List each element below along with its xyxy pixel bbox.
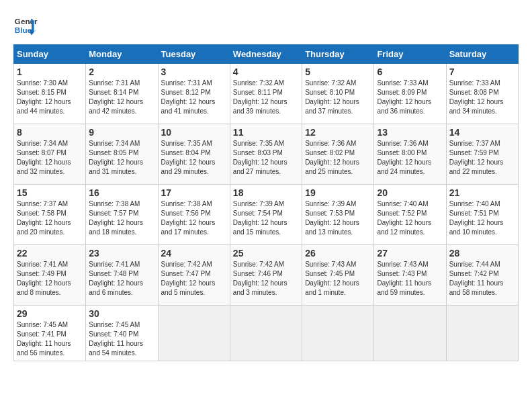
day-header-wednesday: Wednesday [230, 45, 302, 64]
calendar-cell: 12 Sunrise: 7:36 AMSunset: 8:02 PMDaylig… [302, 124, 374, 185]
day-number: 13 [377, 127, 443, 138]
header-row: SundayMondayTuesdayWednesdayThursdayFrid… [14, 45, 519, 64]
day-header-friday: Friday [374, 45, 446, 64]
calendar-cell [374, 306, 446, 361]
day-number: 26 [305, 248, 371, 259]
day-number: 18 [233, 187, 299, 198]
day-info: Sunrise: 7:38 AMSunset: 7:56 PMDaylight:… [161, 200, 216, 236]
day-info: Sunrise: 7:31 AMSunset: 8:14 PMDaylight:… [89, 79, 143, 115]
day-header-sunday: Sunday [14, 45, 86, 64]
day-info: Sunrise: 7:41 AMSunset: 7:48 PMDaylight:… [89, 261, 143, 296]
day-info: Sunrise: 7:42 AMSunset: 7:46 PMDaylight:… [233, 261, 287, 296]
day-number: 16 [89, 187, 154, 198]
page-header: General Blue [13, 13, 519, 38]
day-number: 25 [233, 248, 299, 259]
calendar-cell: 6 Sunrise: 7:33 AMSunset: 8:09 PMDayligh… [374, 64, 446, 124]
calendar-cell: 30 Sunrise: 7:45 AMSunset: 7:40 PMDaylig… [86, 306, 158, 361]
calendar-cell: 23 Sunrise: 7:41 AMSunset: 7:48 PMDaylig… [86, 245, 158, 306]
logo-icon: General Blue [13, 13, 38, 38]
logo: General Blue [13, 13, 38, 38]
day-number: 27 [377, 248, 443, 259]
calendar-cell: 18 Sunrise: 7:39 AMSunset: 7:54 PMDaylig… [230, 185, 302, 245]
calendar-cell [446, 306, 518, 361]
calendar-cell: 9 Sunrise: 7:34 AMSunset: 8:05 PMDayligh… [86, 124, 158, 185]
calendar-cell: 17 Sunrise: 7:38 AMSunset: 7:56 PMDaylig… [158, 185, 230, 245]
calendar-cell: 28 Sunrise: 7:44 AMSunset: 7:42 PMDaylig… [446, 245, 518, 306]
day-info: Sunrise: 7:33 AMSunset: 8:09 PMDaylight:… [377, 79, 431, 115]
day-info: Sunrise: 7:36 AMSunset: 8:00 PMDaylight:… [377, 140, 431, 175]
day-info: Sunrise: 7:41 AMSunset: 7:49 PMDaylight:… [17, 261, 71, 296]
day-info: Sunrise: 7:33 AMSunset: 8:08 PMDaylight:… [449, 79, 504, 115]
day-info: Sunrise: 7:34 AMSunset: 8:05 PMDaylight:… [89, 140, 143, 175]
day-info: Sunrise: 7:39 AMSunset: 7:54 PMDaylight:… [233, 200, 287, 236]
calendar-cell: 14 Sunrise: 7:37 AMSunset: 7:59 PMDaylig… [446, 124, 518, 185]
day-number: 2 [89, 66, 154, 77]
svg-text:General: General [15, 17, 38, 26]
calendar-cell: 10 Sunrise: 7:35 AMSunset: 8:04 PMDaylig… [158, 124, 230, 185]
day-info: Sunrise: 7:39 AMSunset: 7:53 PMDaylight:… [305, 200, 359, 236]
calendar-cell: 11 Sunrise: 7:35 AMSunset: 8:03 PMDaylig… [230, 124, 302, 185]
day-info: Sunrise: 7:37 AMSunset: 7:58 PMDaylight:… [17, 200, 71, 236]
calendar-cell: 19 Sunrise: 7:39 AMSunset: 7:53 PMDaylig… [302, 185, 374, 245]
calendar-row: 8 Sunrise: 7:34 AMSunset: 8:07 PMDayligh… [14, 124, 519, 185]
calendar-row: 15 Sunrise: 7:37 AMSunset: 7:58 PMDaylig… [14, 185, 519, 245]
day-number: 12 [305, 127, 371, 138]
day-info: Sunrise: 7:35 AMSunset: 8:04 PMDaylight:… [161, 140, 216, 175]
day-info: Sunrise: 7:38 AMSunset: 7:57 PMDaylight:… [89, 200, 143, 236]
calendar-cell: 16 Sunrise: 7:38 AMSunset: 7:57 PMDaylig… [86, 185, 158, 245]
calendar-table: SundayMondayTuesdayWednesdayThursdayFrid… [13, 44, 519, 361]
day-number: 14 [449, 127, 515, 138]
calendar-cell: 24 Sunrise: 7:42 AMSunset: 7:47 PMDaylig… [158, 245, 230, 306]
day-info: Sunrise: 7:35 AMSunset: 8:03 PMDaylight:… [233, 140, 287, 175]
day-number: 9 [89, 127, 154, 138]
day-number: 10 [161, 127, 227, 138]
day-info: Sunrise: 7:45 AMSunset: 7:41 PMDaylight:… [17, 321, 71, 357]
day-info: Sunrise: 7:40 AMSunset: 7:51 PMDaylight:… [449, 200, 504, 236]
day-info: Sunrise: 7:31 AMSunset: 8:12 PMDaylight:… [161, 79, 216, 115]
calendar-cell: 26 Sunrise: 7:43 AMSunset: 7:45 PMDaylig… [302, 245, 374, 306]
calendar-cell: 21 Sunrise: 7:40 AMSunset: 7:51 PMDaylig… [446, 185, 518, 245]
calendar-row: 29 Sunrise: 7:45 AMSunset: 7:41 PMDaylig… [14, 306, 519, 361]
day-number: 23 [89, 248, 154, 259]
calendar-cell [158, 306, 230, 361]
day-info: Sunrise: 7:43 AMSunset: 7:43 PMDaylight:… [377, 261, 431, 296]
day-info: Sunrise: 7:45 AMSunset: 7:40 PMDaylight:… [89, 321, 143, 357]
calendar-cell: 7 Sunrise: 7:33 AMSunset: 8:08 PMDayligh… [446, 64, 518, 124]
day-number: 15 [17, 187, 83, 198]
day-header-thursday: Thursday [302, 45, 374, 64]
calendar-cell [230, 306, 302, 361]
day-number: 1 [17, 66, 83, 77]
day-info: Sunrise: 7:34 AMSunset: 8:07 PMDaylight:… [17, 140, 71, 175]
day-number: 21 [449, 187, 515, 198]
day-number: 5 [305, 66, 371, 77]
svg-text:Blue: Blue [15, 26, 32, 34]
calendar-row: 1 Sunrise: 7:30 AMSunset: 8:15 PMDayligh… [14, 64, 519, 124]
day-info: Sunrise: 7:37 AMSunset: 7:59 PMDaylight:… [449, 140, 504, 175]
day-number: 6 [377, 66, 443, 77]
calendar-cell: 29 Sunrise: 7:45 AMSunset: 7:41 PMDaylig… [14, 306, 86, 361]
calendar-cell: 25 Sunrise: 7:42 AMSunset: 7:46 PMDaylig… [230, 245, 302, 306]
day-info: Sunrise: 7:44 AMSunset: 7:42 PMDaylight:… [449, 261, 504, 296]
calendar-cell: 3 Sunrise: 7:31 AMSunset: 8:12 PMDayligh… [158, 64, 230, 124]
calendar-cell: 4 Sunrise: 7:32 AMSunset: 8:11 PMDayligh… [230, 64, 302, 124]
calendar-cell: 8 Sunrise: 7:34 AMSunset: 8:07 PMDayligh… [14, 124, 86, 185]
day-header-saturday: Saturday [446, 45, 518, 64]
day-header-monday: Monday [86, 45, 158, 64]
day-number: 24 [161, 248, 227, 259]
day-number: 20 [377, 187, 443, 198]
day-number: 30 [89, 308, 154, 319]
calendar-cell: 13 Sunrise: 7:36 AMSunset: 8:00 PMDaylig… [374, 124, 446, 185]
calendar-cell [302, 306, 374, 361]
calendar-cell: 20 Sunrise: 7:40 AMSunset: 7:52 PMDaylig… [374, 185, 446, 245]
calendar-cell: 15 Sunrise: 7:37 AMSunset: 7:58 PMDaylig… [14, 185, 86, 245]
calendar-cell: 22 Sunrise: 7:41 AMSunset: 7:49 PMDaylig… [14, 245, 86, 306]
day-number: 22 [17, 248, 83, 259]
day-number: 7 [449, 66, 515, 77]
day-number: 4 [233, 66, 299, 77]
day-number: 17 [161, 187, 227, 198]
day-number: 29 [17, 308, 83, 319]
day-info: Sunrise: 7:40 AMSunset: 7:52 PMDaylight:… [377, 200, 431, 236]
calendar-cell: 5 Sunrise: 7:32 AMSunset: 8:10 PMDayligh… [302, 64, 374, 124]
day-info: Sunrise: 7:30 AMSunset: 8:15 PMDaylight:… [17, 79, 71, 115]
day-info: Sunrise: 7:36 AMSunset: 8:02 PMDaylight:… [305, 140, 359, 175]
